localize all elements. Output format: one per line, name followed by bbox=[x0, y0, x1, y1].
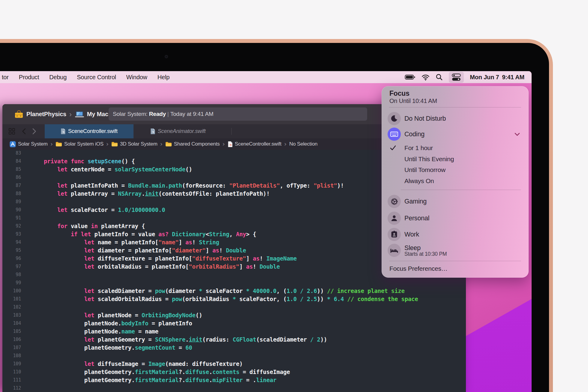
spotlight-search-icon[interactable] bbox=[436, 74, 443, 81]
code-line[interactable]: 106 let planetGeometry = SCNSphere.init(… bbox=[2, 336, 466, 344]
focus-duration-label: For 1 hour bbox=[404, 144, 433, 152]
menu-item-source-control[interactable]: Source Control bbox=[77, 74, 116, 81]
code-line[interactable]: 111 planetGeometry.firstMaterial?.diffus… bbox=[2, 376, 466, 384]
line-number: 103 bbox=[2, 311, 21, 319]
line-number: 110 bbox=[2, 368, 21, 376]
code-line[interactable]: 105 planetNode.name = name bbox=[2, 327, 466, 336]
code-line[interactable]: 112 bbox=[2, 384, 466, 392]
chevron-right-icon: › bbox=[69, 110, 72, 119]
focus-panel-title: Focus bbox=[389, 89, 410, 98]
code-line[interactable]: 99 bbox=[2, 279, 466, 287]
badge-icon bbox=[388, 228, 401, 241]
focus-mode-work[interactable]: Work bbox=[382, 228, 529, 241]
folder-icon bbox=[111, 141, 118, 147]
status-state: Ready bbox=[149, 111, 166, 117]
code-text: let orbitalRadius = planetInfo["orbitalR… bbox=[21, 263, 280, 271]
tab-SceneController.swift[interactable]: SceneController.swift bbox=[45, 124, 134, 138]
code-line[interactable]: 108 bbox=[2, 352, 466, 360]
gaming-icon bbox=[388, 195, 401, 208]
status-separator: | bbox=[166, 111, 170, 117]
editor-grid-icon[interactable] bbox=[8, 128, 15, 135]
toolbox-icon bbox=[14, 110, 23, 119]
breadcrumb-label: Solar System iOS bbox=[64, 141, 104, 147]
menu-item-tor[interactable]: tor bbox=[2, 74, 9, 81]
divider bbox=[389, 107, 521, 107]
line-number: 97 bbox=[2, 263, 21, 271]
code-text: let planetInfoPath = Bundle.main.path(fo… bbox=[21, 182, 344, 190]
moon-icon bbox=[388, 112, 401, 125]
focus-mode-do-not-disturb[interactable]: Do Not Disturb bbox=[382, 112, 529, 125]
code-line[interactable]: 104 planetNode.bodyInfo = planetInfo bbox=[2, 319, 466, 327]
menu-bar-clock[interactable]: Mon Jun 7 9:41 AM bbox=[470, 74, 524, 81]
display: torProductDebugSource ControlWindowHelp … bbox=[0, 71, 532, 392]
breadcrumb-chevron-icon: › bbox=[284, 140, 286, 148]
code-text: let scaledDiameter = pow(diameter * scal… bbox=[21, 287, 405, 295]
code-text: let scaleFactor = 1.0/10000000.0 bbox=[21, 206, 165, 214]
menu-item-window[interactable]: Window bbox=[126, 74, 147, 81]
forward-chevron-icon[interactable] bbox=[32, 128, 36, 134]
line-number: 111 bbox=[2, 376, 21, 384]
line-number: 100 bbox=[2, 287, 21, 295]
control-center-icon[interactable] bbox=[449, 72, 464, 83]
breadcrumb-label: 3D Solar System bbox=[120, 141, 158, 147]
tab-SceneAnimator.swift[interactable]: SceneAnimator.swift bbox=[134, 124, 222, 138]
code-line[interactable]: 102 bbox=[2, 303, 466, 311]
menu-item-product[interactable]: Product bbox=[19, 74, 39, 81]
code-line[interactable]: 110 planetGeometry.firstMaterial?.diffus… bbox=[2, 368, 466, 376]
focus-mode-sleep[interactable]: Starts at 10:30 PMSleep bbox=[382, 244, 529, 257]
focus-duration-until-tomorrow[interactable]: Until Tomorrow bbox=[382, 166, 529, 174]
breadcrumb-item[interactable]: No Selection bbox=[289, 141, 317, 147]
line-number: 109 bbox=[2, 360, 21, 368]
swift-file-icon bbox=[150, 128, 155, 134]
code-text: let centerNode = solarSystemCenterNode() bbox=[21, 165, 192, 173]
menu-item-help[interactable]: Help bbox=[158, 74, 170, 81]
breadcrumb-label: No Selection bbox=[289, 141, 317, 147]
bed-icon bbox=[388, 244, 401, 257]
tab-label: SceneAnimator.swift bbox=[158, 128, 206, 134]
breadcrumb-label: SceneController.swift bbox=[235, 141, 281, 147]
code-line[interactable]: 107 planetGeometry.segmentCount = 60 bbox=[2, 344, 466, 352]
breadcrumb-item[interactable]: Solar System bbox=[10, 141, 48, 147]
focus-mode-personal[interactable]: Personal bbox=[382, 212, 529, 225]
run-destination[interactable]: My Mac bbox=[87, 111, 108, 118]
focus-preferences-link[interactable]: Focus Preferences… bbox=[389, 265, 448, 273]
line-number: 107 bbox=[2, 344, 21, 352]
swift-file-icon bbox=[61, 128, 66, 134]
code-text bbox=[21, 384, 30, 392]
code-line[interactable]: 103 let planetNode = OrbitingBodyNode() bbox=[2, 311, 466, 319]
code-text: let diffuseImage = Image(named: diffuseT… bbox=[21, 360, 243, 368]
line-number: 106 bbox=[2, 336, 21, 344]
breadcrumb-item[interactable]: Shared Components bbox=[165, 141, 220, 147]
scheme-name[interactable]: PlanetPhysics bbox=[26, 111, 66, 118]
breadcrumb-item[interactable]: 3D Solar System bbox=[111, 141, 158, 147]
focus-duration-until-this-evening[interactable]: Until This Evening bbox=[382, 155, 529, 163]
tab-divider bbox=[231, 128, 232, 135]
code-line[interactable]: 100 let scaledDiameter = pow(diameter * … bbox=[2, 287, 466, 295]
chevron-down-icon[interactable] bbox=[514, 131, 521, 139]
code-text bbox=[21, 173, 30, 182]
focus-mode-label: Coding bbox=[404, 128, 424, 141]
focus-duration-label: Until Tomorrow bbox=[404, 166, 446, 174]
code-line[interactable]: 109 let diffuseImage = Image(named: diff… bbox=[2, 360, 466, 368]
breadcrumb-item[interactable]: SceneController.swift bbox=[228, 141, 281, 147]
line-number: 88 bbox=[2, 190, 21, 198]
breadcrumb-chevron-icon: › bbox=[50, 140, 53, 148]
focus-duration-for-1-hour[interactable]: For 1 hour bbox=[382, 144, 529, 152]
focus-mode-label: Work bbox=[404, 228, 419, 241]
code-line[interactable]: 101 let scaledOrbitalRadius = pow(orbita… bbox=[2, 295, 466, 303]
battery-icon[interactable] bbox=[405, 74, 416, 81]
folder-icon bbox=[165, 141, 172, 147]
focus-duration-always-on[interactable]: Always On bbox=[382, 177, 529, 185]
tab-label: SceneController.swift bbox=[68, 128, 118, 134]
breadcrumb-item[interactable]: Solar System iOS bbox=[56, 141, 104, 147]
my-mac-icon bbox=[75, 111, 84, 118]
menu-item-debug[interactable]: Debug bbox=[49, 74, 67, 81]
activity-status-pill[interactable]: Solar System: Ready | Today at 9:41 AM bbox=[109, 107, 367, 121]
line-number: 98 bbox=[2, 271, 21, 279]
back-chevron-icon[interactable] bbox=[22, 128, 26, 134]
focus-mode-coding[interactable]: Coding bbox=[382, 128, 529, 141]
tab-controls bbox=[2, 124, 45, 138]
focus-mode-gaming[interactable]: Gaming bbox=[382, 195, 529, 208]
focus-duration-label: Always On bbox=[404, 177, 434, 185]
wifi-icon[interactable] bbox=[422, 74, 430, 81]
